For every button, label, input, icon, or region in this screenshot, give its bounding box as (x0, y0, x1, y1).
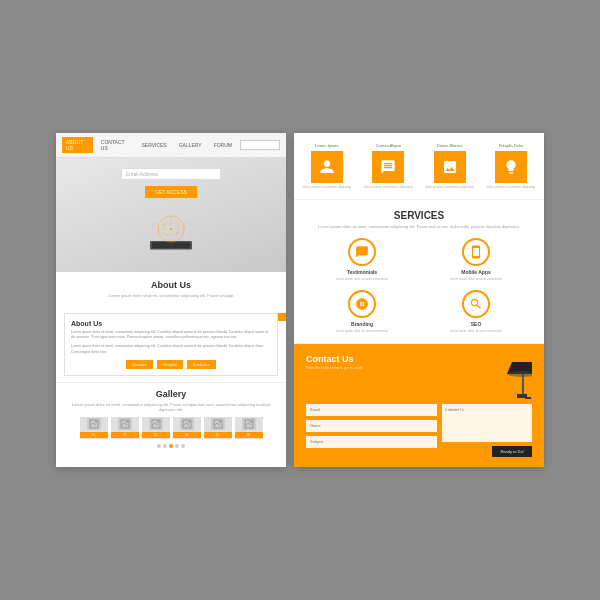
about-us-section: About Us Lorem ipsum dolor sit amet, con… (56, 272, 286, 307)
nav-bar: ABOUT US CONTACT US SERVICES GALLERY FOR… (56, 133, 286, 158)
mobile-icon (469, 245, 483, 259)
contact-heading: Contact Us (306, 354, 482, 364)
svg-line-23 (124, 423, 127, 425)
service-branding: Branding Lorem ipsum dolor sit amet cons… (309, 290, 415, 333)
thumb-label-6: 06 (235, 432, 263, 438)
thumb-icon-2 (118, 418, 132, 430)
left-panel: ABOUT US CONTACT US SERVICES GALLERY FOR… (56, 133, 286, 467)
nav-services[interactable]: SERVICES (137, 140, 170, 150)
services-description: Lorem ipsum dolor sit amet, consectetur … (309, 224, 529, 230)
about-us-heading: About Us (66, 280, 276, 290)
image-icon (120, 419, 130, 429)
thumb-icon-6 (242, 418, 256, 430)
svc-desc-2: Lorem ipsum dolor sit amet consectetur (450, 277, 503, 281)
about-box-heading: About Us (71, 320, 271, 327)
svg-point-8 (164, 224, 165, 225)
seo-icon (469, 297, 483, 311)
feat-desc-2: dolor sit amet consectetur adipiscing (364, 185, 413, 189)
feat-title-4: Fringilla Dolor (499, 143, 524, 148)
page-dot-2[interactable] (163, 444, 167, 448)
photo-icon (442, 159, 458, 175)
service-circle-2 (462, 238, 490, 266)
contact-subtext: Fill in the fields below to get in touch (306, 366, 482, 370)
thumb-icon-3 (149, 418, 163, 430)
page-dot-5[interactable] (181, 444, 185, 448)
page-dot-3[interactable] (169, 444, 173, 448)
feat-title-3: Donec Blansis (437, 143, 463, 148)
service-mobile: Mobile Apps Lorem ipsum dolor sit amet c… (423, 238, 529, 281)
contact-form: Ready to Go! (306, 404, 532, 457)
svc-desc-1: Lorem ipsum dolor sit amet consectetur (336, 277, 389, 281)
nav-about[interactable]: ABOUT US (62, 137, 93, 153)
svg-line-31 (186, 423, 189, 425)
about-box-corner (278, 313, 286, 321)
feat-icon-wrap-2 (372, 151, 404, 183)
contact-section: Contact Us Fill in the fields below to g… (294, 344, 544, 467)
service-seo: SEO Lorem ipsum dolor sit amet consectet… (423, 290, 529, 333)
gallery-thumb-5[interactable]: 05 (204, 417, 232, 439)
subject-input[interactable] (306, 436, 437, 448)
branding-icon (355, 297, 369, 311)
nav-contact[interactable]: CONTACT US (97, 137, 134, 153)
thumb-icon-4 (180, 418, 194, 430)
svg-line-39 (248, 423, 251, 425)
image-icon (89, 419, 99, 429)
svg-line-19 (93, 423, 96, 425)
thumb-label-2: 02 (111, 432, 139, 438)
svg-point-15 (152, 234, 154, 236)
page-dot-4[interactable] (175, 444, 179, 448)
svg-point-24 (126, 421, 128, 423)
svg-rect-1 (152, 242, 190, 248)
feat-title-2: Comes Aliqua (376, 143, 401, 148)
feat-desc-4: dolor sit amet consectetur adipiscing (487, 185, 536, 189)
page-dot-1[interactable] (157, 444, 161, 448)
contact-form-left (306, 404, 437, 448)
thumb-icon-5 (211, 418, 225, 430)
image-icon (151, 419, 161, 429)
creative-button[interactable]: Creative (126, 360, 153, 369)
svc-desc-4: Lorem ipsum dolor sit amet consectetur (450, 329, 503, 333)
submit-button[interactable]: Ready to Go! (492, 446, 532, 457)
gallery-thumb-4[interactable]: 04 (173, 417, 201, 439)
globe-wrap (136, 202, 206, 262)
nav-search-input[interactable] (240, 140, 280, 150)
gallery-thumb-6[interactable]: 06 (235, 417, 263, 439)
nav-gallery[interactable]: GALLERY (175, 140, 206, 150)
feat-icon-wrap-1 (311, 151, 343, 183)
right-panel: Lorem Ipsum dolor sit amet consectetur a… (294, 133, 544, 467)
gallery-thumb-2[interactable]: 02 (111, 417, 139, 439)
about-box: About Us Lorem ipsum dolor sit amet, con… (64, 313, 278, 376)
image-icon (244, 419, 254, 429)
get-access-button[interactable]: GET ACCESS (145, 186, 197, 198)
service-circle-1 (348, 238, 376, 266)
graphic-button[interactable]: Graphic (157, 360, 183, 369)
contact-form-right: Ready to Go! (442, 404, 532, 457)
services-grid: Testimonials Lorem ipsum dolor sit amet … (309, 238, 529, 332)
comments-textarea[interactable] (442, 404, 532, 442)
feature-card-1: Lorem Ipsum dolor sit amet consectetur a… (302, 143, 352, 189)
main-container: ABOUT US CONTACT US SERVICES GALLERY FOR… (36, 113, 564, 487)
svg-point-28 (157, 421, 159, 423)
thumb-label-1: 01 (80, 432, 108, 438)
gallery-heading: Gallery (66, 389, 276, 399)
service-testimonials: Testimonials Lorem ipsum dolor sit amet … (309, 238, 415, 281)
nav-forum[interactable]: FORUM (210, 140, 236, 150)
gallery-section: Gallery Lorem ipsum dolor sit amet, cons… (56, 382, 286, 459)
image-icon (182, 419, 192, 429)
exclusive-button[interactable]: Exclusive (187, 360, 216, 369)
email-input[interactable] (306, 404, 437, 416)
about-para-2: Lorem ipsum dolor sit amet, consectetur … (71, 344, 271, 355)
svg-point-40 (250, 421, 252, 423)
svg-point-9 (178, 226, 179, 227)
svg-point-11 (176, 233, 177, 234)
gallery-thumb-1[interactable]: 01 (80, 417, 108, 439)
email-placeholder-text: Email Address (126, 171, 158, 177)
svg-point-13 (152, 223, 156, 227)
features-section: Lorem Ipsum dolor sit amet consectetur a… (294, 133, 544, 200)
name-input[interactable] (306, 420, 437, 432)
gallery-thumb-3[interactable]: 03 (142, 417, 170, 439)
feature-card-2: Comes Aliqua dolor sit amet consectetur … (363, 143, 413, 189)
about-us-tagline: Lorem ipsum dolor sit amet, consectetur … (66, 293, 276, 299)
bulb-icon (503, 159, 519, 175)
feat-icon-wrap-4 (495, 151, 527, 183)
